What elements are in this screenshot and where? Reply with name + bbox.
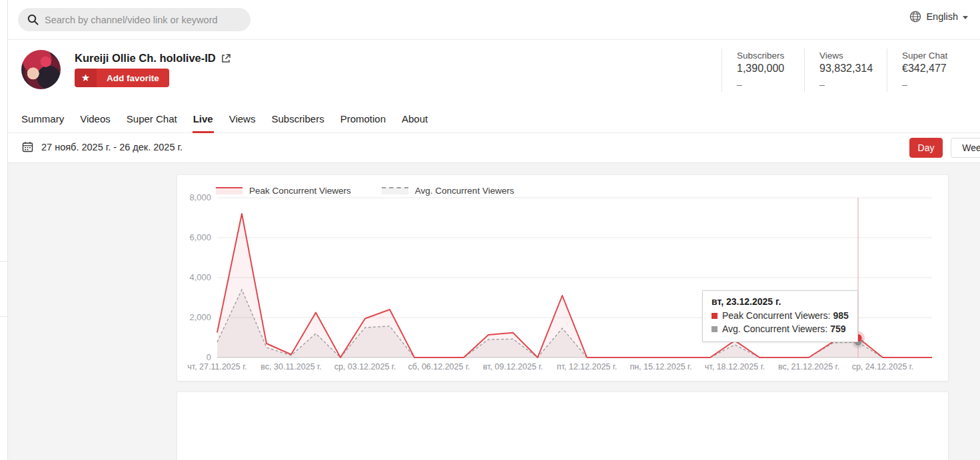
concurrent-viewers-chart[interactable]: 02,0004,0006,0008,000чт, 27.11.2025 г.вс…	[177, 194, 949, 380]
granularity-week-button[interactable]: Week	[951, 138, 980, 158]
external-link-icon[interactable]	[221, 54, 231, 63]
avg-line-swatch	[382, 187, 408, 194]
tooltip-peak-row: Peak Concurrent Viewers: 985	[712, 309, 849, 322]
stat-subscribers: Subscribers 1,390,000 –	[722, 49, 804, 92]
stat-value: 1,390,000	[737, 63, 804, 75]
page-content: Peak Concurrent Viewers Avg. Concurrent …	[0, 163, 980, 460]
x-axis-tick-label: чт, 18.12.2025 г.	[705, 362, 765, 371]
peak-marker-icon	[712, 313, 718, 319]
x-axis-tick-label: пн, 15.12.2025 г.	[630, 362, 692, 371]
tab-views[interactable]: Views	[229, 109, 256, 133]
globe-icon	[909, 11, 921, 23]
add-favorite-button[interactable]: ★ Add favorite	[75, 69, 169, 87]
search-input[interactable]: Search by channel/video link or keyword	[18, 8, 250, 31]
tooltip-value: 759	[830, 322, 845, 336]
tooltip-avg-row: Avg. Concurrent Viewers: 759	[712, 322, 849, 336]
stat-delta: –	[902, 79, 969, 90]
stat-delta: –	[737, 79, 804, 90]
sidebar-divider	[0, 261, 7, 262]
legend-peak-concurrent[interactable]: Peak Concurrent Viewers	[216, 186, 351, 196]
chart-legend: Peak Concurrent Viewers Avg. Concurrent …	[216, 186, 514, 196]
chart-tooltip: вт, 23.12.2025 г. Peak Concurrent Viewer…	[702, 290, 858, 342]
collapsed-sidebar	[0, 0, 8, 460]
stat-value: €342,477	[902, 63, 969, 75]
calendar-icon	[22, 141, 33, 152]
granularity-day-button[interactable]: Day	[909, 138, 943, 158]
y-axis-tick-label: 2,000	[189, 312, 211, 322]
channel-tabs: Summary Videos Super Chat Live Views Sub…	[8, 109, 980, 133]
x-axis-tick-label: ср, 03.12.2025 г.	[334, 362, 396, 371]
secondary-panel	[177, 391, 949, 460]
y-axis-tick-label: 8,000	[189, 194, 211, 202]
live-viewers-chart-card: Peak Concurrent Viewers Avg. Concurrent …	[177, 174, 949, 381]
add-favorite-label: Add favorite	[97, 69, 169, 87]
peak-line-swatch	[216, 187, 243, 194]
stat-label: Subscribers	[737, 51, 804, 61]
y-axis-tick-label: 6,000	[189, 232, 211, 242]
x-axis-tick-label: чт, 27.11.2025 г.	[187, 362, 246, 371]
channel-stats: Subscribers 1,390,000 – Views 93,832,314…	[722, 49, 969, 92]
x-axis-tick-label: сб, 06.12.2025 г.	[408, 362, 470, 371]
x-axis-tick-label: вт, 09.12.2025 г.	[483, 362, 543, 371]
star-icon: ★	[75, 69, 97, 87]
language-selector[interactable]: English	[909, 11, 968, 23]
tab-about[interactable]: About	[401, 109, 428, 133]
tab-subscribers[interactable]: Subscribers	[270, 109, 324, 133]
x-axis-tick-label: ср, 24.12.2025 г.	[852, 362, 914, 371]
channel-name: Kureiji Ollie Ch. hololive-ID	[75, 52, 216, 65]
y-axis-tick-label: 0	[207, 352, 211, 362]
stat-label: Super Chat	[902, 51, 969, 61]
tab-superchat[interactable]: Super Chat	[126, 109, 178, 133]
sidebar-divider	[0, 316, 7, 317]
channel-header: Kureiji Ollie Ch. hololive-ID ★ Add favo…	[8, 40, 980, 109]
date-range-picker[interactable]: 27 нояб. 2025 г. - 26 дек. 2025 г.	[22, 141, 183, 152]
legend-label: Avg. Concurrent Viewers	[415, 186, 514, 196]
x-axis-tick-label: вс, 30.11.2025 г.	[260, 362, 321, 371]
stat-views: Views 93,832,314 –	[804, 49, 887, 92]
tooltip-date: вт, 23.12.2025 г.	[712, 296, 849, 307]
x-axis-tick-label: вс, 21.12.2025 г.	[778, 362, 839, 371]
legend-label: Peak Concurrent Viewers	[249, 186, 351, 196]
tab-live[interactable]: Live	[193, 109, 214, 133]
tab-videos[interactable]: Videos	[79, 109, 111, 133]
tab-summary[interactable]: Summary	[21, 109, 65, 133]
language-label: English	[926, 11, 958, 22]
stat-label: Views	[819, 51, 887, 61]
chevron-down-icon	[963, 16, 968, 19]
search-icon	[27, 14, 39, 25]
top-header: Search by channel/video link or keyword …	[0, 0, 980, 40]
stat-delta: –	[819, 79, 887, 90]
date-bar: 27 нояб. 2025 г. - 26 дек. 2025 г. Day W…	[8, 133, 980, 163]
tooltip-value: 985	[833, 309, 848, 322]
tooltip-label: Peak Concurrent Viewers:	[722, 309, 830, 322]
stat-value: 93,832,314	[819, 63, 887, 75]
x-axis-tick-label: пт, 12.12.2025 г.	[557, 362, 618, 371]
avg-marker-icon	[712, 326, 718, 332]
channel-avatar[interactable]	[21, 50, 61, 89]
tab-promotion[interactable]: Promotion	[340, 109, 386, 133]
legend-avg-concurrent[interactable]: Avg. Concurrent Viewers	[382, 186, 514, 196]
tooltip-label: Avg. Concurrent Viewers:	[722, 322, 827, 336]
stat-superchat: Super Chat €342,477 –	[887, 49, 969, 92]
date-range-label: 27 нояб. 2025 г. - 26 дек. 2025 г.	[41, 142, 183, 152]
y-axis-tick-label: 4,000	[189, 272, 211, 282]
search-placeholder: Search by channel/video link or keyword	[45, 15, 218, 25]
